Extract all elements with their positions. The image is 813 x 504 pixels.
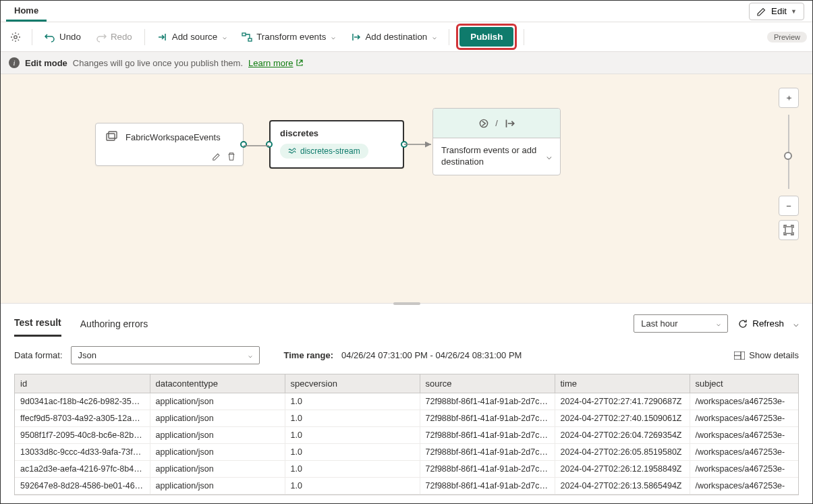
chevron-down-icon[interactable]: ⌵ bbox=[546, 151, 552, 161]
table-cell: 13033d8c-9ccc-4d33-9afa-73f5c95 bbox=[15, 444, 150, 461]
col-header[interactable]: time bbox=[555, 374, 690, 393]
top-tabs: Home Edit ▼ bbox=[1, 1, 812, 22]
col-header[interactable]: source bbox=[420, 374, 555, 393]
preview-badge: Preview bbox=[767, 32, 807, 43]
settings-button[interactable] bbox=[6, 28, 25, 47]
chevron-down-icon: ⌵ bbox=[717, 320, 721, 327]
svg-rect-4 bbox=[109, 132, 117, 138]
zoom-out-button[interactable]: − bbox=[779, 196, 799, 216]
external-link-icon bbox=[296, 59, 304, 67]
undo-button[interactable]: Undo bbox=[39, 28, 86, 47]
publish-highlight: Publish bbox=[456, 24, 517, 50]
node-port-out[interactable] bbox=[401, 141, 408, 148]
time-range-dropdown[interactable]: Last hour ⌵ bbox=[634, 314, 728, 333]
add-source-button[interactable]: Add source ⌵ bbox=[152, 28, 232, 47]
table-cell: 72f988bf-86f1-41af-91ab-2d7cd01 bbox=[420, 427, 555, 444]
node-source[interactable]: FabricWorkspaceEvents bbox=[95, 123, 244, 166]
zoom-in-button[interactable]: ＋ bbox=[779, 88, 799, 108]
table-cell: /workspaces/a467253e- bbox=[690, 461, 798, 478]
svg-rect-1 bbox=[242, 33, 246, 36]
svg-point-5 bbox=[480, 119, 488, 127]
table-cell: /workspaces/a467253e- bbox=[690, 410, 798, 427]
time-range-value: Last hour bbox=[641, 318, 677, 329]
learn-more-link[interactable]: Learn more bbox=[248, 58, 303, 68]
node-port-in[interactable] bbox=[266, 141, 273, 148]
table-cell: /workspaces/a467253e- bbox=[690, 478, 798, 495]
workspace-icon bbox=[105, 130, 119, 144]
table-cell: application/json bbox=[150, 478, 285, 495]
add-destination-button[interactable]: Add destination ⌵ bbox=[345, 28, 442, 47]
transform-events-button[interactable]: Transform events ⌵ bbox=[236, 28, 341, 47]
table-cell: application/json bbox=[150, 393, 285, 410]
table-row[interactable]: 9508f1f7-2095-40c8-bc6e-82bc942applicati… bbox=[15, 427, 798, 444]
show-details-button[interactable]: Show details bbox=[734, 350, 799, 360]
add-destination-icon bbox=[350, 32, 361, 43]
table-cell: 1.0 bbox=[285, 393, 420, 410]
node-source-title: FabricWorkspaceEvents bbox=[125, 132, 221, 142]
table-row[interactable]: 9d0341ac-f18b-4c26-b982-35a1d1fapplicati… bbox=[15, 393, 798, 410]
stream-pill: discretes-stream bbox=[280, 144, 368, 159]
table-cell: 1.0 bbox=[285, 410, 420, 427]
transform-label: Transform events bbox=[256, 32, 326, 42]
data-format-dropdown[interactable]: Json ⌵ bbox=[71, 346, 260, 364]
table-cell: 9508f1f7-2095-40c8-bc6e-82bc942 bbox=[15, 427, 150, 444]
info-bar: i Edit mode Changes will go live once yo… bbox=[1, 52, 812, 74]
zoom-slider[interactable] bbox=[788, 115, 789, 189]
node-stream-title: discretes bbox=[280, 128, 393, 138]
table-cell: 9d0341ac-f18b-4c26-b982-35a1d1f bbox=[15, 393, 150, 410]
table-cell: 592647e8-8d28-4586-be01-46df52 bbox=[15, 478, 150, 495]
fit-icon bbox=[783, 225, 794, 235]
zoom-thumb[interactable] bbox=[784, 152, 792, 160]
table-row[interactable]: ffecf9d5-8703-4a92-a305-12a423bapplicati… bbox=[15, 410, 798, 427]
node-port-out[interactable] bbox=[240, 141, 247, 148]
node-stream[interactable]: discretes discretes-stream bbox=[269, 120, 404, 169]
add-source-icon bbox=[157, 32, 168, 43]
plus-icon: ＋ bbox=[785, 92, 793, 104]
results-table: iddatacontenttypespecversionsourcetimesu… bbox=[15, 374, 798, 495]
flow-canvas[interactable]: FabricWorkspaceEvents discretes discrete… bbox=[1, 74, 812, 304]
edit-button[interactable]: Edit ▼ bbox=[749, 3, 804, 20]
table-cell: /workspaces/a467253e- bbox=[690, 444, 798, 461]
table-cell: 2024-04-27T02:27:40.1509061Z bbox=[555, 410, 690, 427]
chevron-down-icon[interactable]: ⌵ bbox=[793, 318, 799, 329]
zoom-fit-button[interactable] bbox=[779, 220, 799, 240]
table-row[interactable]: ac1a2d3e-aefa-4216-97fc-8b43d70applicati… bbox=[15, 461, 798, 478]
publish-button[interactable]: Publish bbox=[459, 27, 513, 47]
col-header[interactable]: datacontenttype bbox=[150, 374, 285, 393]
trash-icon[interactable] bbox=[227, 152, 236, 161]
data-format-label: Data format: bbox=[14, 350, 63, 360]
col-header[interactable]: specversion bbox=[285, 374, 420, 393]
filter-row: Data format: Json ⌵ Time range: 04/26/24… bbox=[1, 337, 812, 371]
add-destination-label: Add destination bbox=[365, 32, 427, 42]
tab-authoring-errors[interactable]: Authoring errors bbox=[80, 312, 148, 336]
table-cell: 72f988bf-86f1-41af-91ab-2d7cd01 bbox=[420, 410, 555, 427]
table-cell: application/json bbox=[150, 410, 285, 427]
divider bbox=[524, 29, 524, 45]
table-cell: 72f988bf-86f1-41af-91ab-2d7cd01 bbox=[420, 478, 555, 495]
dest-head: / bbox=[433, 109, 560, 138]
tab-test-result[interactable]: Test result bbox=[14, 310, 61, 337]
tab-home[interactable]: Home bbox=[6, 1, 47, 22]
details-icon bbox=[734, 352, 745, 360]
panel-tabs: Test result Authoring errors Last hour ⌵… bbox=[1, 306, 812, 337]
toolbar: Undo Redo Add source ⌵ Transform events … bbox=[1, 22, 812, 52]
table-row[interactable]: 13033d8c-9ccc-4d33-9afa-73f5c95applicati… bbox=[15, 444, 798, 461]
destination-icon bbox=[503, 117, 515, 130]
svg-rect-3 bbox=[107, 134, 115, 140]
table-cell: 2024-04-27T02:27:41.7290687Z bbox=[555, 393, 690, 410]
table-cell: application/json bbox=[150, 427, 285, 444]
info-message: Changes will go live once you publish th… bbox=[73, 58, 243, 68]
panel-drag-handle[interactable] bbox=[393, 302, 420, 305]
table-cell: 2024-04-27T02:26:05.8519580Z bbox=[555, 444, 690, 461]
table-row[interactable]: 592647e8-8d28-4586-be01-46df52applicatio… bbox=[15, 478, 798, 495]
table-cell: 2024-04-27T02:26:13.5865494Z bbox=[555, 478, 690, 495]
refresh-button[interactable]: Refresh bbox=[737, 318, 784, 329]
table-cell: 72f988bf-86f1-41af-91ab-2d7cd01 bbox=[420, 444, 555, 461]
col-header[interactable]: id bbox=[15, 374, 150, 393]
col-header[interactable]: subject bbox=[690, 374, 798, 393]
zoom-controls: ＋ − bbox=[779, 88, 799, 240]
minus-icon: − bbox=[786, 201, 791, 211]
node-destination[interactable]: / Transform events or add destination ⌵ bbox=[432, 108, 561, 175]
table-cell: application/json bbox=[150, 461, 285, 478]
pencil-icon[interactable] bbox=[212, 152, 221, 161]
